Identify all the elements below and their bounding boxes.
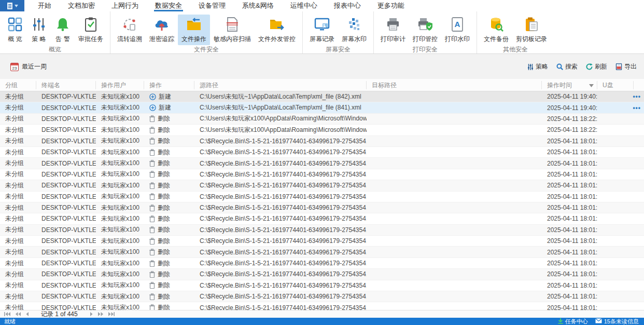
policy-action-button[interactable]: 策略: [527, 62, 548, 71]
menu-item-report-center[interactable]: 报表中心: [326, 0, 369, 11]
column-header-operation[interactable]: 操作: [144, 81, 194, 89]
fast-next-page-icon[interactable]: [98, 312, 103, 316]
task-center-button[interactable]: 任务中心: [558, 318, 588, 325]
cell-terminal: DESKTOP-VLKTLE1: [36, 193, 96, 200]
operation-label: 删除: [158, 126, 170, 134]
sort-dropdown-icon[interactable]: [589, 81, 594, 89]
table-row[interactable]: 未分组 DESKTOP-VLKTLE1 未知玩家x100 删除 C:\Users…: [0, 114, 644, 125]
row-more-actions-button[interactable]: •••: [633, 102, 641, 113]
cell-terminal: DESKTOP-VLKTLE1: [36, 249, 96, 256]
file-operation-button[interactable]: 文件操作: [178, 15, 210, 45]
menu-item-device-mgmt[interactable]: 设备管理: [190, 0, 234, 11]
trash-icon: [149, 193, 155, 200]
prev-page-icon[interactable]: [26, 312, 29, 316]
menu-item-web-behavior[interactable]: 上网行为: [103, 0, 147, 11]
trash-icon: [149, 249, 155, 255]
export-button[interactable]: 导出: [615, 62, 637, 71]
column-header-source-path[interactable]: 源路径: [194, 81, 367, 89]
menu-item-more[interactable]: 更多功能: [369, 0, 413, 11]
table-row[interactable]: 未分组 DESKTOP-VLKTLE1 未知玩家x100 新建 C:\Users…: [0, 102, 644, 113]
table-row[interactable]: 未分组 DESKTOP-VLKTLE1 未知玩家x100 删除 C:\$Recy…: [0, 192, 644, 202]
plus-circle-icon: [149, 104, 156, 111]
clipboard-record-button[interactable]: 剪切板记录: [512, 15, 551, 45]
cell-terminal: DESKTOP-VLKTLE1: [36, 260, 96, 267]
menu-item-system-network[interactable]: 系统&网络: [234, 0, 282, 11]
table-row[interactable]: 未分组 DESKTOP-VLKTLE1 未知玩家x100 删除 C:\$Recy…: [0, 258, 644, 269]
table-row[interactable]: 未分组 DESKTOP-VLKTLE1 未知玩家x100 删除 C:\$Recy…: [0, 202, 644, 213]
next-page-icon[interactable]: [90, 312, 93, 316]
trash-icon: [149, 171, 155, 178]
first-page-icon[interactable]: [4, 312, 10, 316]
leak-trace-button[interactable]: 泄密追踪: [146, 15, 178, 45]
table-row[interactable]: 未分组 DESKTOP-VLKTLE1 未知玩家x100 删除 C:\$Recy…: [0, 136, 644, 147]
sensitive-scan-button[interactable]: 敏感内容扫描: [210, 15, 255, 45]
screen-watermark-button[interactable]: 屏幕水印: [338, 15, 370, 45]
table-row[interactable]: 未分组 DESKTOP-VLKTLE1 未知玩家x100 新建 C:\Users…: [0, 91, 644, 102]
column-header-terminal[interactable]: 终端名: [36, 81, 96, 89]
file-backup-button[interactable]: 文件备份: [480, 15, 512, 45]
cell-time: 2025-04-11 18:01:38: [542, 148, 597, 156]
date-range-filter[interactable]: 23 最近一周: [10, 62, 47, 71]
table-row[interactable]: 未分组 DESKTOP-VLKTLE1 未知玩家x100 删除 C:\Users…: [0, 125, 644, 136]
cell-source-path: C:\$Recycle.Bin\S-1-5-21-1619774401-6349…: [194, 237, 367, 245]
file-outgoing-button[interactable]: 文件外发管控: [255, 15, 299, 45]
screen-record-button[interactable]: 屏幕记录: [306, 15, 338, 45]
table-row[interactable]: 未分组 DESKTOP-VLKTLE1 未知玩家x100 删除 C:\$Recy…: [0, 269, 644, 280]
menu-items: 开始 文档加密 上网行为 数据安全 设备管理 系统&网络 运维中心 报表中心 更…: [30, 0, 413, 11]
column-header-group[interactable]: 分组: [0, 81, 36, 89]
print-audit-button[interactable]: 打印审计: [377, 15, 409, 45]
menu-item-start[interactable]: 开始: [30, 0, 60, 11]
table-row[interactable]: 未分组 DESKTOP-VLKTLE1 未知玩家x100 删除 C:\$Recy…: [0, 280, 644, 291]
chevron-down-icon: [15, 5, 18, 7]
table-row[interactable]: 未分组 DESKTOP-VLKTLE1 未知玩家x100 删除 C:\$Recy…: [0, 302, 644, 310]
refresh-button[interactable]: 刷新: [586, 62, 607, 71]
print-watermark-button[interactable]: A 打印水印: [441, 15, 473, 45]
column-header-usb[interactable]: U盘: [597, 81, 634, 89]
table-row[interactable]: 未分组 DESKTOP-VLKTLE1 未知玩家x100 删除 C:\$Recy…: [0, 236, 644, 247]
cell-user: 未知玩家x100: [96, 248, 144, 256]
cell-time: 2025-04-11 18:01:38: [542, 226, 597, 234]
cell-time: 2025-04-11 18:01:38: [542, 182, 597, 189]
screen-watermark-icon: [346, 17, 362, 32]
cell-user: 未知玩家x100: [96, 159, 144, 168]
menu-item-data-security[interactable]: 数据安全: [147, 0, 190, 11]
cell-operation: 删除: [144, 126, 194, 134]
table-row[interactable]: 未分组 DESKTOP-VLKTLE1 未知玩家x100 删除 C:\$Recy…: [0, 147, 644, 158]
cell-group: 未分组: [0, 159, 36, 168]
screen-record-icon: [314, 17, 330, 32]
unread-messages-button[interactable]: 15条未读信息: [595, 318, 639, 325]
menu-item-doc-encrypt[interactable]: 文档加密: [60, 0, 103, 11]
column-header-user[interactable]: 操作用户: [96, 81, 144, 89]
table-row[interactable]: 未分组 DESKTOP-VLKTLE1 未知玩家x100 删除 C:\$Recy…: [0, 291, 644, 302]
cell-terminal: DESKTOP-VLKTLE1: [36, 270, 96, 278]
last-page-icon[interactable]: [108, 312, 115, 316]
approval-tasks-button[interactable]: 审批任务: [75, 15, 107, 45]
cell-source-path: C:\$Recycle.Bin\S-1-5-21-1619774401-6349…: [194, 282, 367, 289]
table-row[interactable]: 未分组 DESKTOP-VLKTLE1 未知玩家x100 删除 C:\$Recy…: [0, 180, 644, 191]
column-header-target-path[interactable]: 目标路径: [367, 81, 542, 89]
trash-icon: [149, 293, 155, 300]
table-row[interactable]: 未分组 DESKTOP-VLKTLE1 未知玩家x100 删除 C:\$Recy…: [0, 213, 644, 224]
table-row[interactable]: 未分组 DESKTOP-VLKTLE1 未知玩家x100 删除 C:\$Recy…: [0, 247, 644, 258]
row-more-actions-button[interactable]: •••: [633, 91, 641, 102]
cell-source-path: C:\$Recycle.Bin\S-1-5-21-1619774401-6349…: [194, 148, 367, 156]
print-watermark-icon: A: [450, 17, 465, 32]
menu-item-ops-center[interactable]: 运维中心: [282, 0, 326, 11]
fast-prev-page-icon[interactable]: [16, 312, 21, 316]
search-button[interactable]: 搜索: [556, 62, 578, 71]
table-row[interactable]: 未分组 DESKTOP-VLKTLE1 未知玩家x100 删除 C:\$Recy…: [0, 158, 644, 169]
ribbon-group-overview: 概 览 策 略 告 警 审批任务 概览: [0, 11, 110, 53]
cell-operation: 删除: [144, 204, 194, 212]
alert-button[interactable]: 告 警: [51, 15, 75, 45]
overview-button[interactable]: 概 览: [3, 15, 27, 45]
print-control-button[interactable]: 打印管控: [409, 15, 441, 45]
column-header-time[interactable]: 操作时间: [542, 81, 597, 89]
table-row[interactable]: 未分组 DESKTOP-VLKTLE1 未知玩家x100 删除 C:\$Recy…: [0, 225, 644, 236]
table-row[interactable]: 未分组 DESKTOP-VLKTLE1 未知玩家x100 删除 C:\$Recy…: [0, 169, 644, 180]
flow-trace-button[interactable]: 流转追溯: [114, 15, 146, 45]
cell-source-path: C:\Users\未知玩家x100\AppData\Roaming\Micros…: [194, 126, 367, 134]
policy-button[interactable]: 策 略: [27, 15, 51, 45]
app-menu-button[interactable]: [0, 0, 24, 11]
leak-trace-label: 泄密追踪: [149, 35, 174, 44]
task-center-label: 任务中心: [565, 318, 588, 325]
